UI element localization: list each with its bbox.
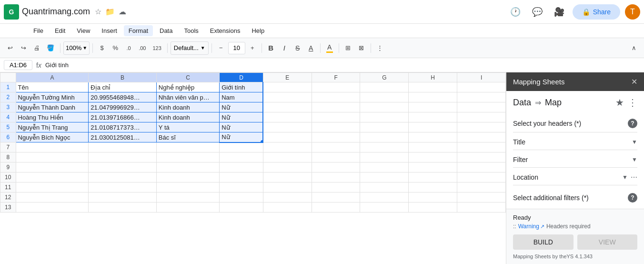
history-icon[interactable]: 🕐 <box>507 3 524 20</box>
cell-C1[interactable]: Nghề nghiệp <box>156 82 219 92</box>
col-header-H[interactable]: H <box>409 73 457 82</box>
filter-dropdown-row[interactable]: Filter ▼ <box>513 152 637 168</box>
more-formats-button[interactable]: ⋮ <box>374 41 386 55</box>
zoom-dropdown[interactable]: 100% ▼ <box>63 41 90 55</box>
menu-data[interactable]: Data <box>155 25 177 36</box>
col-header-B[interactable]: B <box>89 73 157 82</box>
location-more-icon[interactable]: ⋯ <box>631 173 637 181</box>
cell-C2[interactable]: Nhân viên văn p… <box>156 92 219 102</box>
menu-edit[interactable]: Edit <box>50 25 70 36</box>
cell-H6[interactable] <box>409 132 457 142</box>
col-header-A[interactable]: A <box>16 73 89 82</box>
cell-B1[interactable]: Địa chỉ <box>89 82 157 92</box>
cell-I4[interactable] <box>457 112 506 122</box>
cell-A2[interactable]: Nguyễn Tường Minh <box>16 92 89 102</box>
col-header-I[interactable]: I <box>457 73 506 82</box>
cell-I5[interactable] <box>457 122 506 132</box>
cell-H1[interactable] <box>409 82 457 92</box>
cell-D4[interactable]: Nữ <box>220 112 263 122</box>
menu-extensions[interactable]: Extensions <box>205 25 245 36</box>
cell-C3[interactable]: Kinh doanh <box>156 102 219 112</box>
cell-B6[interactable]: 21.0300125081… <box>89 132 157 142</box>
folder-icon[interactable]: 📁 <box>105 7 115 16</box>
cell-C6[interactable]: Bác sĩ <box>156 132 219 142</box>
build-button[interactable]: BUILD <box>513 234 574 250</box>
menu-view[interactable]: View <box>72 25 95 36</box>
decimal-dec-button[interactable]: .0 <box>122 41 135 55</box>
cell-C5[interactable]: Y tá <box>156 122 219 132</box>
panel-close-button[interactable]: ✕ <box>631 77 637 86</box>
cell-F3[interactable] <box>312 102 360 112</box>
cell-D6[interactable]: Nữ <box>220 132 263 142</box>
cell-H2[interactable] <box>409 92 457 102</box>
cell-F4[interactable] <box>312 112 360 122</box>
cell-A4[interactable]: Hoàng Thu Hiền <box>16 112 89 122</box>
view-button[interactable]: VIEW <box>577 234 638 250</box>
col-header-G[interactable]: G <box>360 73 409 82</box>
decimal-inc-button[interactable]: .00 <box>136 41 149 55</box>
cell-D2[interactable]: Nam <box>220 92 263 102</box>
cell-E5[interactable] <box>263 122 312 132</box>
cell-G5[interactable] <box>360 122 409 132</box>
cell-F1[interactable] <box>312 82 360 92</box>
menu-insert[interactable]: Insert <box>97 25 122 36</box>
cell-I1[interactable] <box>457 82 506 92</box>
col-header-D[interactable]: D <box>220 73 263 82</box>
cell-D1[interactable]: Giới tính <box>220 82 263 92</box>
cell-G2[interactable] <box>360 92 409 102</box>
cell-E2[interactable] <box>263 92 312 102</box>
strikethrough-button[interactable]: S <box>292 41 304 55</box>
location-row[interactable]: Location ▼ ⋯ <box>513 170 637 185</box>
cell-B3[interactable]: 21.0479996929… <box>89 102 157 112</box>
title-dropdown-row[interactable]: Title ▼ <box>513 134 637 150</box>
borders-button[interactable]: ⊞ <box>342 41 354 55</box>
percent-format-button[interactable]: % <box>109 41 121 55</box>
cell-D3[interactable]: Nữ <box>220 102 263 112</box>
additional-filters-help-icon[interactable]: ? <box>628 193 637 203</box>
cell-A5[interactable]: Nguyễn Thị Trang <box>16 122 89 132</box>
cell-F2[interactable] <box>312 92 360 102</box>
toolbar-collapse-button[interactable]: ∧ <box>628 41 640 55</box>
comment-icon[interactable]: 💬 <box>529 3 546 20</box>
cell-F5[interactable] <box>312 122 360 132</box>
italic-button[interactable]: I <box>278 41 291 55</box>
panel-more-icon[interactable]: ⋮ <box>628 97 637 108</box>
cell-H3[interactable] <box>409 102 457 112</box>
font-family-dropdown[interactable]: Default... ▼ <box>171 41 209 55</box>
font-size-dec-button[interactable]: − <box>215 41 227 55</box>
cloud-icon[interactable]: ☁ <box>119 7 126 16</box>
cell-E1[interactable] <box>263 82 312 92</box>
col-header-F[interactable]: F <box>312 73 360 82</box>
avatar[interactable]: T <box>625 4 640 20</box>
cell-I3[interactable] <box>457 102 506 112</box>
cell-E3[interactable] <box>263 102 312 112</box>
font-size-inc-button[interactable]: + <box>246 41 259 55</box>
cell-G4[interactable] <box>360 112 409 122</box>
cell-A3[interactable]: Nguyễn Thành Danh <box>16 102 89 112</box>
select-headers-row[interactable]: Select your headers (*) ? <box>513 115 637 132</box>
warning-link[interactable]: Warning ↗ <box>518 223 544 230</box>
cell-I6[interactable] <box>457 132 506 142</box>
cell-F6[interactable] <box>312 132 360 142</box>
menu-tools[interactable]: Tools <box>179 25 203 36</box>
star-icon[interactable]: ☆ <box>95 7 101 16</box>
number-format-button[interactable]: 123 <box>150 41 164 55</box>
cell-D5[interactable]: Nữ <box>220 122 263 132</box>
bold-button[interactable]: B <box>265 41 277 55</box>
col-header-C[interactable]: C <box>156 73 219 82</box>
panel-star-icon[interactable]: ★ <box>615 97 624 108</box>
redo-button[interactable]: ↪ <box>17 41 30 55</box>
cell-reference-input[interactable] <box>4 60 32 70</box>
cell-H5[interactable] <box>409 122 457 132</box>
additional-filters-row[interactable]: Select additional filters (*) ? <box>513 189 637 206</box>
select-headers-help-icon[interactable]: ? <box>628 119 637 128</box>
undo-button[interactable]: ↩ <box>4 41 16 55</box>
formula-input[interactable] <box>45 61 640 69</box>
cell-C4[interactable]: Kinh doanh <box>156 112 219 122</box>
cell-A6[interactable]: Nguyễn Bích Ngọc <box>16 132 89 142</box>
menu-file[interactable]: File <box>29 25 48 36</box>
video-icon[interactable]: 🎥 <box>551 3 568 20</box>
paint-format-button[interactable]: 🪣 <box>44 41 57 55</box>
print-button[interactable]: 🖨 <box>30 41 43 55</box>
fill-color-button[interactable]: A <box>323 41 336 55</box>
